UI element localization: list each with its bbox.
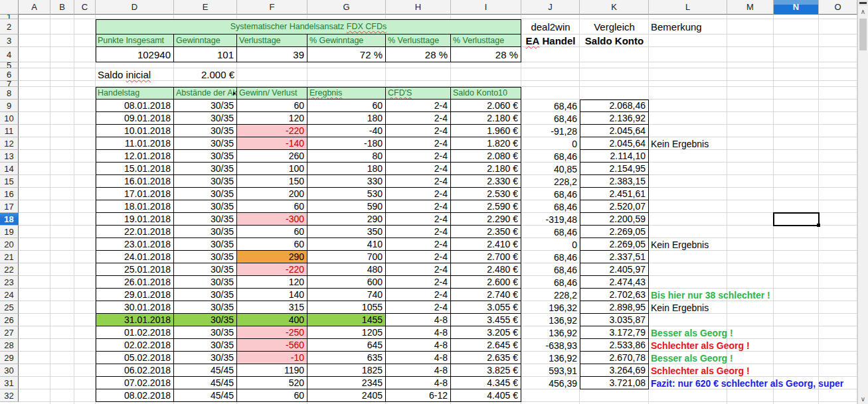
cell-L2[interactable]: Bemerkung <box>649 19 727 34</box>
cell-K16[interactable]: 2.451,61 <box>580 188 649 200</box>
row-header-28[interactable]: 28 <box>0 339 19 352</box>
cell-I13[interactable]: 2.080 € <box>451 150 521 163</box>
column-header-J[interactable]: J <box>521 0 580 15</box>
cell-I19[interactable]: 2.350 € <box>451 226 521 238</box>
cell-E4[interactable]: 101 <box>174 47 237 62</box>
cell-H17[interactable]: 2-4 <box>386 200 451 213</box>
row-header-19[interactable]: 19 <box>0 226 19 238</box>
cell-K27[interactable]: 3.172,79 <box>580 326 649 339</box>
cell-D3[interactable]: Punkte Insgesamt <box>96 34 174 47</box>
cell-K17[interactable]: 2.520,07 <box>580 200 649 213</box>
row-header-29[interactable]: 29 <box>0 352 19 364</box>
cell-I14[interactable]: 2.180 € <box>451 163 521 175</box>
cell-G28[interactable]: 645 <box>307 339 386 352</box>
row-header-21[interactable]: 21 <box>0 251 19 263</box>
row-header-20[interactable]: 20 <box>0 238 19 251</box>
cell-F12[interactable]: -140 <box>237 137 307 150</box>
cell-I31[interactable]: 4.345 € <box>451 377 521 389</box>
row-header-32[interactable]: 32 <box>0 389 19 402</box>
cell-E15[interactable]: 30/35 <box>174 175 237 188</box>
cell-L12-bemerkung[interactable]: Kein Ergebnis <box>649 137 709 150</box>
row-header-30[interactable]: 30 <box>0 364 19 377</box>
cell-K24[interactable]: 2.702,63 <box>580 289 649 301</box>
column-header-A[interactable]: A <box>19 0 50 15</box>
row-header-27[interactable]: 27 <box>0 326 19 339</box>
cell-D31[interactable]: 07.02.2018 <box>96 377 174 389</box>
cell-F9[interactable]: 60 <box>237 100 307 112</box>
cell-I30[interactable]: 3.825 € <box>451 364 521 377</box>
cell-H21[interactable]: 2-4 <box>386 251 451 263</box>
cell-H30[interactable]: 4-8 <box>386 364 451 377</box>
cell-J14[interactable]: 40,85 <box>521 163 580 175</box>
row-header-31[interactable]: 31 <box>0 377 19 389</box>
cell-D10[interactable]: 09.01.2018 <box>96 112 174 125</box>
cell-G9[interactable]: 60 <box>307 100 386 112</box>
cell-H12[interactable]: 2-4 <box>386 137 451 150</box>
cell-D8[interactable]: Handelstag <box>96 87 174 100</box>
row-header-9[interactable]: 9 <box>0 100 19 112</box>
cell-K14[interactable]: 2.154,95 <box>580 163 649 175</box>
cell-I21[interactable]: 2.700 € <box>451 251 521 263</box>
cell-H26[interactable]: 4-8 <box>386 314 451 326</box>
cell-G24[interactable]: 740 <box>307 289 386 301</box>
column-header-E[interactable]: E <box>174 0 237 15</box>
cell-L25-bemerkung[interactable]: Kein Ergebnis <box>649 301 709 314</box>
row-header-18[interactable]: 18 <box>0 213 19 226</box>
row-header-24[interactable]: 24 <box>0 289 19 301</box>
cell-G3[interactable]: % Gewinntage <box>307 34 386 47</box>
row-header-4[interactable]: 4 <box>0 47 19 62</box>
cell-I11[interactable]: 1.960 € <box>451 125 521 137</box>
row-header-17[interactable]: 17 <box>0 200 19 213</box>
cell-H13[interactable]: 2-4 <box>386 150 451 163</box>
cell-D22[interactable]: 25.01.2018 <box>96 263 174 276</box>
cell-D19[interactable]: 22.01.2018 <box>96 226 174 238</box>
cell-I22[interactable]: 2.480 € <box>451 263 521 276</box>
cell-J17[interactable]: 68,46 <box>521 200 580 213</box>
cell-D16[interactable]: 17.01.2018 <box>96 188 174 200</box>
row-header-8[interactable]: 8 <box>0 87 19 100</box>
cell-F21[interactable]: 290 <box>237 251 307 263</box>
cell-G17[interactable]: 590 <box>307 200 386 213</box>
column-header-F[interactable]: F <box>237 0 307 15</box>
cell-G22[interactable]: 480 <box>307 263 386 276</box>
cell-E32[interactable]: 45/45 <box>174 389 237 402</box>
cell-K30[interactable]: 3.264,69 <box>580 364 649 377</box>
cell-I18[interactable]: 2.290 € <box>451 213 521 226</box>
cell-L30-bemerkung[interactable]: Schlechter als Georg ! <box>649 364 750 377</box>
cell-G18[interactable]: 290 <box>307 213 386 226</box>
column-header-G[interactable]: G <box>307 0 386 15</box>
cell-D26[interactable]: 31.01.2018 <box>96 314 174 326</box>
cell-H18[interactable]: 2-4 <box>386 213 451 226</box>
cell-D25[interactable]: 30.01.2018 <box>96 301 174 314</box>
row-header-6[interactable]: 6 <box>0 68 19 81</box>
cell-J12[interactable]: 0 <box>521 137 580 150</box>
cell-E17[interactable]: 30/35 <box>174 200 237 213</box>
cell-K18[interactable]: 2.200,59 <box>580 213 649 226</box>
cell-I15[interactable]: 2.330 € <box>451 175 521 188</box>
cell-F11[interactable]: -220 <box>237 125 307 137</box>
cell-E19[interactable]: 30/35 <box>174 226 237 238</box>
split-handle[interactable] <box>858 0 868 6</box>
cell-H23[interactable]: 2-4 <box>386 276 451 289</box>
cell-H11[interactable]: 2-4 <box>386 125 451 137</box>
cell-L27-bemerkung[interactable]: Besser als Georg ! <box>649 326 733 339</box>
column-header-N[interactable]: N <box>774 0 819 15</box>
cell-E27[interactable]: 30/35 <box>174 326 237 339</box>
cell-J30[interactable]: 593,91 <box>521 364 580 377</box>
cell-E6[interactable]: 2.000 € <box>174 68 237 81</box>
cell-G26[interactable]: 1455 <box>307 314 386 326</box>
cell-H32[interactable]: 6-12 <box>386 389 451 402</box>
cell-I3[interactable]: % Verlusttage <box>451 34 521 47</box>
cell-K19[interactable]: 2.269,05 <box>580 226 649 238</box>
cell-K21[interactable]: 2.337,51 <box>580 251 649 263</box>
cell-J11[interactable]: -91,28 <box>521 125 580 137</box>
cell-E18[interactable]: 30/35 <box>174 213 237 226</box>
column-header-D[interactable]: D <box>96 0 174 15</box>
scroll-down-button[interactable]: ∨ <box>858 393 868 404</box>
cell-J18[interactable]: -319,48 <box>521 213 580 226</box>
cell-E30[interactable]: 45/45 <box>174 364 237 377</box>
row-header-22[interactable]: 22 <box>0 263 19 276</box>
cell-D12[interactable]: 11.01.2018 <box>96 137 174 150</box>
cell-L29-bemerkung[interactable]: Besser als Georg ! <box>649 352 733 364</box>
cell-J15[interactable]: 228,2 <box>521 175 580 188</box>
